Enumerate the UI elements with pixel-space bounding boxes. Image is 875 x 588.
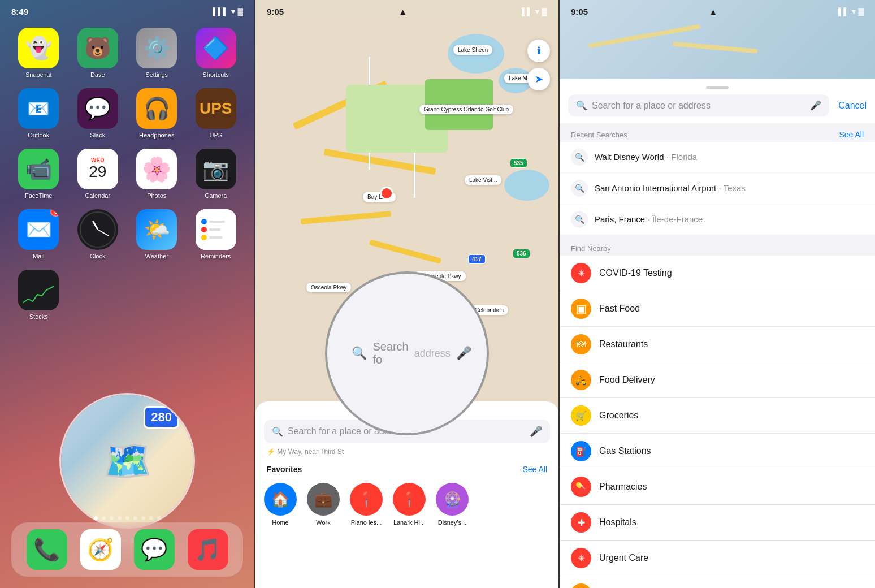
page-dot-7 <box>141 516 145 520</box>
favorite-work[interactable]: 💼 Work <box>307 483 340 526</box>
app-grid: 👻 Snapchat 🐻 Dave ⚙️ Settings 🔷 Shortcut… <box>0 19 254 328</box>
recent-text-san-antonio: San Antonio International Airport · Texa… <box>595 183 864 193</box>
app-slack[interactable]: 💬 Slack <box>73 88 123 139</box>
dock-phone[interactable]: 📞 <box>27 529 67 570</box>
recent-see-all[interactable]: See All <box>839 130 864 139</box>
nearby-groceries[interactable]: 🛒 Groceries <box>560 398 875 434</box>
app-camera[interactable]: 📷 Camera <box>192 149 241 199</box>
hospital-icon: ✚ <box>571 512 591 533</box>
road-major-3 <box>301 211 391 224</box>
fastfood-label: Fast Food <box>599 304 640 314</box>
ups-icon: UPS <box>196 88 236 129</box>
nearby-hospitals[interactable]: ✚ Hospitals <box>560 505 875 541</box>
reminder-dot-blue <box>201 219 207 224</box>
favorite-piano[interactable]: 📍 Piano les... <box>350 483 383 526</box>
nearby-restaurants[interactable]: 🍽 Restaurants <box>560 327 875 362</box>
app-facetime[interactable]: 📹 FaceTime <box>14 149 63 199</box>
page-dot-4 <box>118 516 122 520</box>
favorite-home[interactable]: 🏠 Home <box>264 483 297 526</box>
photos-flower-icon: 🌸 <box>142 155 171 183</box>
nearby-pharmacies[interactable]: 💊 Pharmacies <box>560 469 875 505</box>
app-photos[interactable]: 🌸 Photos <box>132 149 181 199</box>
page-dot-2 <box>102 516 106 520</box>
map-location-button[interactable]: ➤ <box>527 68 550 90</box>
page-dot-9 <box>157 516 161 520</box>
app-outlook[interactable]: 📧 Outlook <box>14 88 63 139</box>
app-weather[interactable]: 🌤️ Weather <box>132 209 181 260</box>
settings-icon: ⚙️ <box>136 28 177 68</box>
slack-icon: 💬 <box>77 88 118 129</box>
app-dave[interactable]: 🐻 Dave <box>73 28 123 78</box>
reminder-dot-red <box>201 227 207 232</box>
recent-item-disney[interactable]: 🔍 Walt Disney World · Florida <box>560 142 875 173</box>
recent-item-paris[interactable]: 🔍 Paris, France · Île-de-France <box>560 204 875 235</box>
reminder-dot-yellow <box>201 235 207 240</box>
map-favorites-label: Favorites <box>267 465 302 474</box>
nearby-fooddelivery[interactable]: 🛵 Food Delivery <box>560 362 875 398</box>
app-clock[interactable]: Clock <box>73 209 123 260</box>
recent-searches-header: Recent Searches See All <box>560 123 875 142</box>
urgentcare-label: Urgent Care <box>599 553 648 563</box>
recent-text-paris: Paris, France · Île-de-France <box>595 214 864 224</box>
nearby-covid[interactable]: ✳ COVID-19 Testing <box>560 256 875 291</box>
facetime-label: FaceTime <box>25 192 53 199</box>
nearby-gas[interactable]: ⛽ Gas Stations <box>560 434 875 469</box>
search-zoom-bar[interactable]: 🔍 Search fo address 🎤 <box>341 334 472 373</box>
maps-zoom-overlay: 280 🗺️ Maps <box>59 393 195 529</box>
weather-label: Weather <box>145 253 168 260</box>
search-zoom-overlay: 🔍 Search fo address 🎤 <box>325 271 489 435</box>
dock-messages[interactable]: 💬 <box>134 529 175 570</box>
favorite-home-label: Home <box>272 519 288 526</box>
app-calendar[interactable]: WED 29 Calendar <box>73 149 123 199</box>
app-mail[interactable]: ✉️ 3 Mail <box>14 209 63 260</box>
nearby-pizza[interactable]: 🍕 Pizza <box>560 576 875 588</box>
clock-minute-hand <box>97 229 109 236</box>
search-icon-s2: 🔍 <box>272 426 283 437</box>
app-settings[interactable]: ⚙️ Settings <box>132 28 181 78</box>
map-label-golf: Grand Cypress Orlando Golf Club <box>419 105 513 114</box>
search-row-s3: 🔍 Search for a place or address 🎤 Cancel <box>568 94 867 116</box>
screen3-search-bar[interactable]: 🔍 Search for a place or address 🎤 <box>568 94 829 116</box>
cancel-button[interactable]: Cancel <box>838 101 867 111</box>
dock-music[interactable]: 🎵 <box>188 529 228 570</box>
fooddelivery-icon: 🛵 <box>571 370 591 390</box>
app-headphones[interactable]: 🎧 Headphones <box>132 88 181 139</box>
mail-icon: ✉️ 3 <box>18 209 59 250</box>
nearby-fastfood[interactable]: ▣ Fast Food <box>560 291 875 327</box>
road-num-417: 417 <box>468 254 486 264</box>
dock-safari[interactable]: 🧭 <box>80 529 121 570</box>
search-placeholder-s3: Search for a place or address <box>592 101 805 111</box>
app-shortcuts[interactable]: 🔷 Shortcuts <box>192 28 241 78</box>
search-handle-s3 <box>706 86 729 89</box>
recent-item-san-antonio[interactable]: 🔍 San Antonio International Airport · Te… <box>560 173 875 204</box>
status-bar-screen2: 9:05 ▲ ▌▌ ▾ ▓ <box>255 0 558 19</box>
favorite-work-label: Work <box>316 519 330 526</box>
map-label-osceola: Osceola Pkwy <box>306 283 351 292</box>
signal-icon: ▌▌▌ <box>213 7 228 16</box>
app-ups[interactable]: UPS UPS <box>192 88 241 139</box>
recent-state-disney: · Florida <box>666 152 697 162</box>
snapchat-label: Snapchat <box>25 71 51 78</box>
phone-icon: 📞 <box>27 529 67 570</box>
map-info-button[interactable]: ℹ <box>527 40 550 62</box>
nearby-urgentcare[interactable]: ✳ Urgent Care <box>560 541 875 576</box>
app-stocks[interactable]: Stocks <box>14 270 63 320</box>
pizza-icon: 🍕 <box>571 583 591 588</box>
road-num-536: 536 <box>513 249 530 258</box>
favorite-lanark[interactable]: 📍 Lanark Hi... <box>393 483 426 526</box>
search-icon-recent-2: 🔍 <box>571 180 588 197</box>
maps-zoom-circle: 280 🗺️ <box>59 393 195 529</box>
stocks-icon <box>18 270 59 310</box>
app-snapchat[interactable]: 👻 Snapchat <box>14 28 63 78</box>
outlook-icon: 📧 <box>18 88 59 129</box>
favorite-disney[interactable]: 🎡 Disney's... <box>436 483 469 526</box>
map-address-hint: ⚡ My Way, near Third St <box>264 443 550 460</box>
map-favorites-header: Favorites See All <box>264 460 550 478</box>
messages-icon: 💬 <box>134 529 175 570</box>
map-see-all[interactable]: See All <box>522 465 547 474</box>
dave-icon: 🐻 <box>77 28 118 68</box>
mail-badge: 3 <box>50 209 59 217</box>
app-reminders[interactable]: Reminders <box>192 209 241 260</box>
search-icon-recent-1: 🔍 <box>571 149 588 166</box>
groceries-label: Groceries <box>599 410 638 421</box>
